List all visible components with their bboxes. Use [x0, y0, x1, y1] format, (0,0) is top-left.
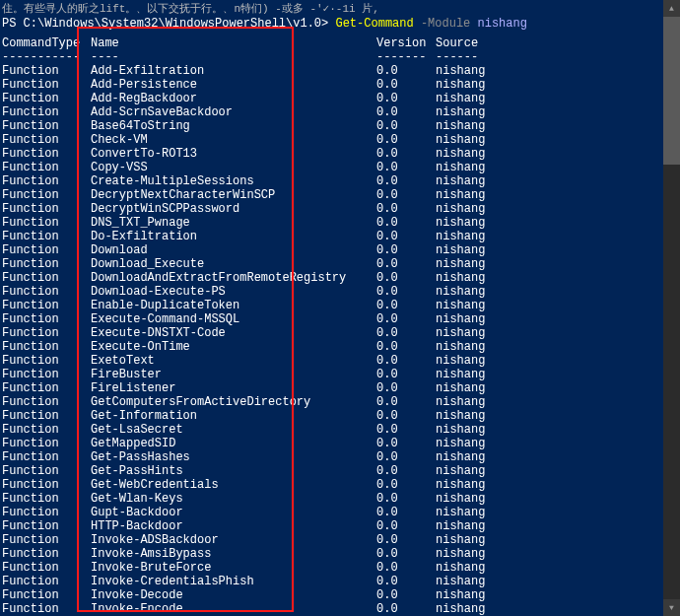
header-version: Version	[376, 36, 436, 50]
cell-commandtype: Function	[2, 119, 91, 133]
cell-name: Do-Exfiltration	[91, 230, 376, 243]
cell-commandtype: Function	[2, 147, 91, 161]
cell-version: 0.0	[376, 326, 436, 340]
cell-version: 0.0	[376, 547, 436, 561]
cell-version: 0.0	[376, 533, 436, 547]
cell-version: 0.0	[376, 354, 436, 368]
cell-commandtype: Function	[2, 271, 91, 285]
cell-source: nishang	[436, 547, 678, 561]
cell-version: 0.0	[376, 243, 436, 257]
cell-source: nishang	[436, 271, 678, 285]
cell-version: 0.0	[376, 437, 436, 450]
table-row: FunctionExetoText0.0nishang	[2, 354, 678, 368]
table-row: FunctionGet-LsaSecret0.0nishang	[2, 423, 678, 437]
cell-source: nishang	[436, 354, 678, 368]
cell-name: Base64ToString	[91, 119, 376, 133]
cell-name: FireBuster	[91, 368, 376, 381]
cell-name: Invoke-Encode	[91, 602, 376, 616]
cell-version: 0.0	[376, 188, 436, 202]
cell-source: nishang	[436, 64, 678, 78]
cell-source: nishang	[436, 312, 678, 326]
cell-source: nishang	[436, 133, 678, 147]
cell-source: nishang	[436, 243, 678, 257]
cell-commandtype: Function	[2, 230, 91, 243]
cell-name: DNS_TXT_Pwnage	[91, 216, 376, 230]
cell-source: nishang	[436, 437, 678, 450]
table-row: FunctionDownload-Execute-PS0.0nishang	[2, 285, 678, 299]
cell-name: Add-ScrnSaveBackdoor	[91, 105, 376, 119]
table-row: FunctionGetComputersFromActiveDirectory0…	[2, 395, 678, 409]
cell-version: 0.0	[376, 519, 436, 533]
cell-version: 0.0	[376, 78, 436, 92]
cell-version: 0.0	[376, 216, 436, 230]
cell-commandtype: Function	[2, 188, 91, 202]
dash-source: ------	[436, 50, 678, 64]
cell-name: Execute-OnTime	[91, 340, 376, 354]
table-row: FunctionAdd-RegBackdoor0.0nishang	[2, 92, 678, 105]
cell-commandtype: Function	[2, 492, 91, 506]
cell-name: Get-PassHashes	[91, 450, 376, 464]
scrollbar-thumb[interactable]	[663, 17, 680, 165]
cell-version: 0.0	[376, 230, 436, 243]
cell-source: nishang	[436, 92, 678, 105]
cell-commandtype: Function	[2, 285, 91, 299]
cell-name: ExetoText	[91, 354, 376, 368]
cell-commandtype: Function	[2, 506, 91, 519]
cell-version: 0.0	[376, 64, 436, 78]
prompt-param: -Module	[421, 17, 478, 31]
cell-commandtype: Function	[2, 133, 91, 147]
cell-name: Add-Persistence	[91, 78, 376, 92]
scroll-up-arrow-icon[interactable]: ▲	[663, 0, 680, 17]
cell-name: HTTP-Backdoor	[91, 519, 376, 533]
cell-version: 0.0	[376, 450, 436, 464]
cell-commandtype: Function	[2, 423, 91, 437]
table-row: FunctionInvoke-Decode0.0nishang	[2, 588, 678, 602]
cell-version: 0.0	[376, 105, 436, 119]
table-row: FunctionAdd-Persistence0.0nishang	[2, 78, 678, 92]
table-row: FunctionCreate-MultipleSessions0.0nishan…	[2, 174, 678, 188]
cell-source: nishang	[436, 340, 678, 354]
cell-source: nishang	[436, 188, 678, 202]
cell-commandtype: Function	[2, 533, 91, 547]
cell-version: 0.0	[376, 575, 436, 588]
cell-commandtype: Function	[2, 464, 91, 478]
cell-commandtype: Function	[2, 299, 91, 312]
cell-version: 0.0	[376, 271, 436, 285]
table-row: FunctionConvertTo-ROT130.0nishang	[2, 147, 678, 161]
cell-commandtype: Function	[2, 588, 91, 602]
cell-version: 0.0	[376, 147, 436, 161]
table-dash-row: ----------- ---- ------- ------	[2, 50, 678, 64]
cell-version: 0.0	[376, 464, 436, 478]
cell-version: 0.0	[376, 381, 436, 395]
cell-source: nishang	[436, 602, 678, 616]
cell-version: 0.0	[376, 202, 436, 216]
table-row: FunctionDownloadAndExtractFromRemoteRegi…	[2, 271, 678, 285]
table-row: FunctionInvoke-Encode0.0nishang	[2, 602, 678, 616]
cell-source: nishang	[436, 147, 678, 161]
table-row: FunctionCheck-VM0.0nishang	[2, 133, 678, 147]
table-row: FunctionAdd-ScrnSaveBackdoor0.0nishang	[2, 105, 678, 119]
vertical-scrollbar[interactable]: ▲ ▼	[663, 0, 680, 616]
cell-version: 0.0	[376, 285, 436, 299]
dash-name: ----	[91, 50, 376, 64]
cell-commandtype: Function	[2, 243, 91, 257]
cell-commandtype: Function	[2, 409, 91, 423]
cell-commandtype: Function	[2, 478, 91, 492]
cell-name: Copy-VSS	[91, 161, 376, 174]
table-row: FunctionGet-PassHashes0.0nishang	[2, 450, 678, 464]
scroll-down-arrow-icon[interactable]: ▼	[663, 599, 680, 616]
cell-source: nishang	[436, 285, 678, 299]
table-row: FunctionCopy-VSS0.0nishang	[2, 161, 678, 174]
prompt-command: Get-Command	[335, 17, 420, 31]
cell-commandtype: Function	[2, 78, 91, 92]
cell-name: Download-Execute-PS	[91, 285, 376, 299]
table-row: FunctionEnable-DuplicateToken0.0nishang	[2, 299, 678, 312]
cell-source: nishang	[436, 506, 678, 519]
table-row: FunctionBase64ToString0.0nishang	[2, 119, 678, 133]
table-row: FunctionFireListener0.0nishang	[2, 381, 678, 395]
cell-name: Execute-DNSTXT-Code	[91, 326, 376, 340]
cell-version: 0.0	[376, 119, 436, 133]
cell-commandtype: Function	[2, 174, 91, 188]
header-name: Name	[91, 36, 376, 50]
cell-version: 0.0	[376, 161, 436, 174]
